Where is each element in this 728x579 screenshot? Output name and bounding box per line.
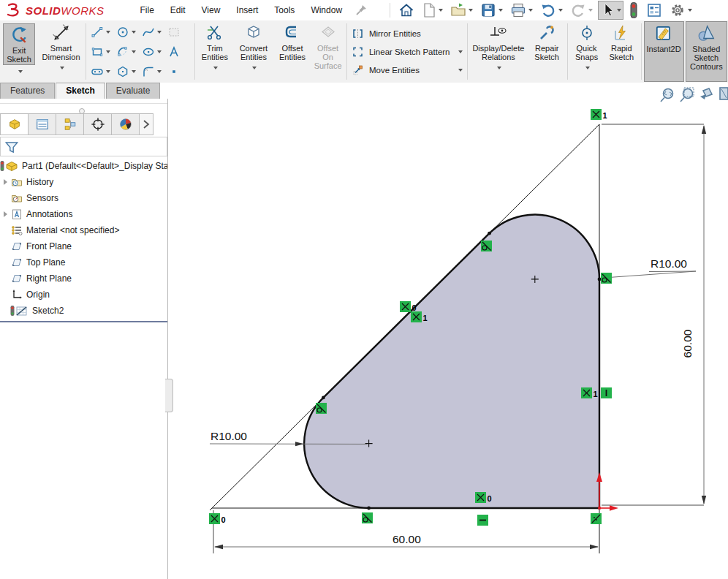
dimension-width[interactable]: 60.00 [214, 533, 599, 549]
move-entities-button[interactable]: Move Entities [352, 61, 463, 79]
exit-sketch-dropdown[interactable] [18, 70, 23, 73]
menu-edit[interactable]: Edit [162, 1, 194, 19]
display-delete-relations-button[interactable]: Display/Delete Relations [470, 21, 527, 82]
dimxpert-manager-tab[interactable] [84, 113, 112, 135]
tree-item-top-plane[interactable]: Top Plane [0, 254, 167, 270]
panel-tab-overflow[interactable] [140, 113, 153, 135]
point-tool[interactable] [166, 61, 192, 81]
instant2d-button[interactable]: Instant2D [644, 21, 684, 82]
ellipse-dropdown[interactable] [157, 50, 162, 53]
section-view-icon[interactable] [720, 88, 728, 99]
undo-button[interactable] [538, 1, 565, 20]
tree-item-history[interactable]: History [0, 174, 167, 190]
shaded-sketch-contours-button[interactable]: Shaded Sketch Contours [686, 21, 727, 82]
save-button[interactable] [478, 1, 505, 20]
configuration-manager-tab[interactable] [56, 113, 84, 135]
menu-file[interactable]: File [132, 1, 162, 19]
tab-evaluate[interactable]: Evaluate [106, 83, 161, 99]
open-button[interactable] [448, 1, 475, 20]
relation-intersection-0-diagonal[interactable]: 0 [400, 301, 417, 312]
select-tool-button[interactable] [598, 1, 623, 20]
polygon-dropdown[interactable] [132, 70, 136, 73]
tree-root-part1[interactable]: Part1 (Default<<Default>_Display Sta [0, 158, 167, 174]
display-delete-dropdown[interactable] [497, 67, 501, 69]
exit-sketch-button[interactable]: Exit Sketch [1, 21, 37, 82]
trim-entities-button[interactable]: Trim Entities [197, 21, 232, 82]
spline-dropdown[interactable] [157, 31, 162, 34]
redo-button[interactable] [568, 1, 595, 20]
pin-menu-icon[interactable] [353, 2, 369, 18]
arc-dropdown[interactable] [132, 50, 136, 53]
dimension-height[interactable]: 60.00 [681, 125, 706, 504]
rectangle-dropdown[interactable] [106, 50, 110, 53]
previous-view-icon[interactable] [700, 88, 712, 99]
mirror-entities-button[interactable]: Mirror Entities [352, 24, 463, 42]
tree-item-sensors[interactable]: Sensors [0, 190, 167, 206]
dimension-radius-top[interactable]: R10.00 [604, 257, 696, 278]
menu-window[interactable]: Window [303, 1, 350, 19]
heads-up-toolbar[interactable] [661, 88, 728, 102]
polygon-tool[interactable] [115, 61, 140, 81]
slot-tool[interactable] [89, 61, 115, 81]
tree-item-annotations[interactable]: Annotations [0, 206, 167, 222]
relation-intersection-0-bottom[interactable]: 0 [475, 492, 492, 503]
ellipse-tool[interactable] [140, 42, 166, 61]
open-dropdown[interactable] [469, 9, 473, 12]
options-list-button[interactable] [644, 1, 664, 20]
tree-item-right-plane[interactable]: Right Plane [0, 270, 167, 287]
relation-tangent-top-diagonal[interactable] [481, 241, 492, 251]
menu-view[interactable]: View [194, 1, 229, 19]
tree-item-material[interactable]: Material <not specified> [0, 222, 167, 238]
rebuild-button[interactable] [626, 0, 641, 20]
sketch-picture-tool[interactable] [166, 22, 192, 42]
zoom-fit-icon[interactable] [661, 89, 673, 102]
relation-intersection-1-diagonal[interactable]: 1 [411, 311, 428, 322]
tab-features[interactable]: Features [0, 83, 55, 99]
smart-dimension-dropdown[interactable] [60, 67, 64, 69]
expand-arrow-icon[interactable] [0, 179, 10, 185]
print-button[interactable] [508, 1, 535, 20]
tree-item-origin[interactable]: Origin [0, 287, 167, 303]
select-dropdown[interactable] [617, 9, 621, 12]
graphics-area[interactable]: 60.00 60.00 R10.00 R10.00 [168, 83, 728, 579]
smart-dimension-button[interactable]: Smart Dimension [39, 21, 83, 82]
circle-tool[interactable] [115, 22, 140, 42]
menu-tools[interactable]: Tools [266, 1, 303, 19]
rectangle-tool[interactable] [89, 42, 115, 61]
relation-vertical[interactable] [601, 387, 612, 398]
panel-splitter[interactable] [0, 103, 167, 110]
line-dropdown[interactable] [106, 31, 110, 34]
sketch-profile-region[interactable] [304, 215, 599, 508]
quick-snaps-button[interactable]: Quick Snaps [570, 21, 603, 82]
menu-insert[interactable]: Insert [228, 1, 266, 19]
tab-sketch[interactable]: Sketch [56, 83, 105, 99]
convert-dropdown[interactable] [252, 67, 257, 69]
relation-tangent-left-diagonal[interactable] [316, 403, 327, 414]
home-button[interactable] [396, 1, 417, 20]
zoom-area-icon[interactable] [680, 88, 694, 102]
relation-tangent-right-arc[interactable] [601, 273, 612, 284]
feature-manager-tab[interactable] [0, 113, 29, 135]
linear-pattern-dropdown[interactable] [458, 50, 463, 53]
expand-arrow-icon[interactable] [0, 211, 10, 217]
trim-dropdown[interactable] [213, 67, 218, 69]
move-entities-dropdown[interactable] [458, 69, 463, 72]
line-tool[interactable] [89, 22, 115, 42]
relation-intersection-1-vertical[interactable]: 1 [581, 387, 598, 398]
sketch-text-tool[interactable] [166, 42, 192, 61]
new-document-dropdown[interactable] [439, 9, 443, 12]
tree-item-sketch2[interactable]: Sketch2 [0, 303, 167, 319]
repair-sketch-button[interactable]: Repair Sketch [528, 21, 565, 82]
fillet-tool[interactable] [140, 61, 166, 81]
relation-intersection-1-top[interactable]: 1 [591, 109, 607, 120]
linear-sketch-pattern-button[interactable]: Linear Sketch Pattern [352, 42, 463, 61]
tree-item-front-plane[interactable]: Front Plane [0, 238, 167, 254]
circle-dropdown[interactable] [132, 31, 136, 34]
spline-tool[interactable] [140, 22, 166, 42]
relation-intersection-0-bottom-left[interactable]: 0 [209, 513, 226, 524]
redo-dropdown[interactable] [588, 9, 593, 12]
relation-coincident-origin[interactable] [591, 513, 602, 524]
relation-tangent-bottom-arc[interactable] [362, 512, 373, 523]
display-manager-tab[interactable] [112, 113, 140, 135]
print-dropdown[interactable] [528, 9, 533, 12]
